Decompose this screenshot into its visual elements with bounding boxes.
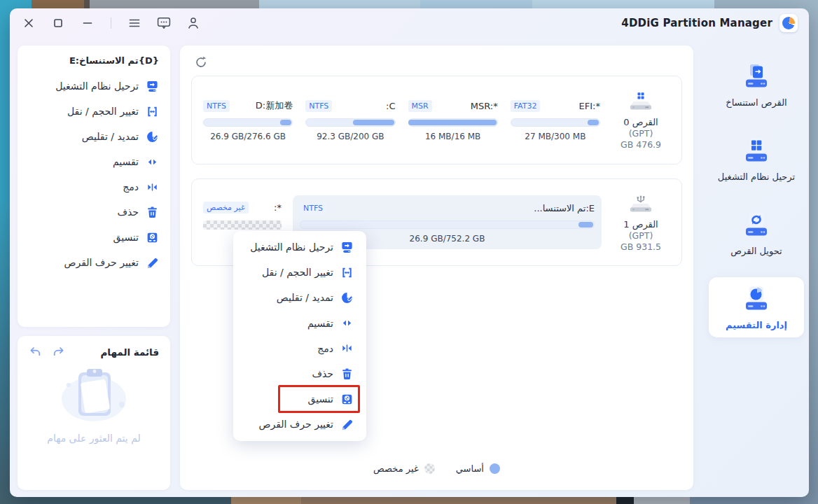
convert-disk-icon — [741, 210, 772, 241]
merge-icon — [340, 342, 354, 355]
nav-item-migrate-os[interactable]: ترحيل نظام التشغيل — [709, 129, 804, 189]
partition-context-menu: ترحيل نظام التشغيل تغيير الحجم / نقل تمد… — [233, 231, 366, 441]
partition-usage: 27 MB/300 MB — [511, 132, 600, 141]
nav-rail: القرص استنساخ ترحيل نظام التشغيل تحويل ا… — [704, 38, 809, 497]
disk-size: 931.5 GB — [621, 241, 661, 252]
disk-size: 476.9 GB — [621, 139, 661, 150]
unallocated-badge: غير مخصص — [203, 202, 249, 214]
menu-label: دمج — [317, 343, 333, 354]
empty-clipboard-illustration — [57, 364, 130, 428]
partition-label: *: — [274, 202, 282, 213]
main-panel: القرص 0 (GPT) 476.9 GB EFI:* FAT32 27 MB… — [180, 46, 693, 490]
titlebar: 4DDiG Partition Manager — [10, 8, 809, 38]
redo-icon[interactable] — [51, 346, 65, 358]
op-delete[interactable]: حذف — [29, 200, 159, 225]
op-change-drive-letter[interactable]: تغيير حرف القرص — [29, 250, 159, 275]
operations-panel: E:تم الاستنساخ{D} ترحيل نظام التشغيل تغي… — [18, 46, 170, 327]
op-label: تقسيم — [113, 156, 139, 167]
menu-format[interactable]: تنسيق — [242, 386, 354, 412]
app-logo-icon — [779, 14, 798, 32]
task-list-title: قائمة المهام — [100, 346, 159, 358]
disk-1-info: القرص 1 (GPT) 931.5 GB — [610, 193, 672, 252]
menu-icon[interactable] — [127, 15, 142, 31]
wallpaper-right — [807, 0, 818, 504]
op-split[interactable]: تقسيم — [29, 149, 159, 174]
partition-label: C: — [386, 101, 395, 111]
selected-partition-title: E:تم الاستنساخ{D} — [29, 55, 159, 66]
legend-primary: أساسي — [456, 463, 500, 474]
menu-merge[interactable]: دمج — [242, 336, 354, 361]
unallocated-swatch-icon — [424, 463, 435, 474]
split-icon — [146, 155, 159, 169]
partition-manage-icon — [741, 284, 772, 315]
menu-delete[interactable]: حذف — [242, 361, 354, 386]
resize-move-icon — [340, 266, 354, 279]
partitions-row: EFI:* FAT32 27 MB/300 MB MSR:* MSR 16 MB… — [202, 94, 602, 146]
no-tasks-text: لم يتم العثور على مهام — [47, 433, 141, 444]
feedback-icon[interactable] — [156, 15, 172, 31]
menu-change-drive-letter[interactable]: تغيير حرف القرص — [242, 412, 354, 437]
nav-label: ترحيل نظام التشغيل — [718, 172, 795, 182]
undo-icon[interactable] — [29, 346, 43, 358]
partition-usage: 16 MB/16 MB — [408, 132, 498, 141]
op-format[interactable]: تنسيق — [29, 225, 159, 250]
migrate-os-icon — [146, 80, 159, 93]
partition-label: D:新加卷 — [256, 99, 293, 112]
legend-unallocated: غير مخصص — [373, 463, 435, 474]
usage-bar — [305, 118, 395, 127]
filesystem-badge: NTFS — [300, 202, 326, 214]
op-label: حذف — [117, 206, 139, 218]
unallocated-bar — [203, 220, 282, 230]
migrate-os-icon — [741, 136, 772, 167]
nav-item-clone-disk[interactable]: القرص استنساخ — [709, 55, 804, 115]
menu-extend-shrink[interactable]: تمديد / تقليص — [242, 285, 354, 310]
filesystem-badge: NTFS — [305, 100, 332, 112]
partition-usage: 92.3 GB/200 GB — [305, 132, 395, 141]
menu-split[interactable]: تقسيم — [242, 311, 354, 336]
nav-label: تحويل القرص — [730, 246, 782, 256]
account-icon[interactable] — [186, 15, 201, 31]
refresh-icon[interactable] — [194, 55, 208, 69]
close-button[interactable] — [21, 15, 36, 31]
op-extend-shrink[interactable]: تمديد / تقليص — [29, 124, 159, 149]
app-window: 4DDiG Partition Manager القرص استنساخ تر… — [10, 8, 809, 497]
op-label: دمج — [123, 181, 139, 192]
menu-migrate-os[interactable]: ترحيل نظام التشغيل — [242, 234, 354, 260]
format-icon — [340, 393, 354, 406]
op-label: تمديد / تقليص — [82, 131, 139, 142]
op-label: تغيير حرف القرص — [64, 257, 139, 268]
menu-label: ترحيل نظام التشغيل — [250, 241, 333, 253]
nav-label: إدارة التقسيم — [726, 320, 787, 330]
clone-disk-icon — [741, 62, 772, 92]
partition-d[interactable]: D:新加卷 NTFS 26.9 GB/276.6 GB — [202, 94, 294, 146]
usage-bar — [408, 118, 498, 127]
partition-c[interactable]: C: NTFS 92.3 GB/200 GB — [304, 94, 396, 146]
op-resize-move[interactable]: تغيير الحجم / نقل — [29, 99, 159, 124]
primary-swatch-icon — [490, 463, 500, 474]
partition-label: EFI:* — [579, 101, 600, 111]
partition-label: E:تم الاستنسا... — [534, 203, 595, 214]
usage-bar — [203, 118, 293, 127]
filesystem-badge: FAT32 — [511, 100, 541, 112]
op-migrate-os[interactable]: ترحيل نظام التشغيل — [29, 74, 159, 99]
merge-icon — [146, 181, 159, 194]
op-merge[interactable]: دمج — [29, 174, 159, 200]
minimize-button[interactable] — [80, 15, 95, 31]
menu-label: تغيير حرف القرص — [258, 419, 333, 430]
filesystem-badge: NTFS — [203, 100, 230, 112]
menu-label: تمديد / تقليص — [277, 292, 333, 303]
partition-msr[interactable]: MSR:* MSR 16 MB/16 MB — [407, 94, 499, 146]
extend-shrink-icon — [340, 291, 354, 304]
filesystem-badge: MSR — [408, 100, 432, 112]
usage-bar — [300, 220, 595, 229]
partition-label: MSR:* — [471, 101, 498, 111]
nav-item-convert-disk[interactable]: تحويل القرص — [709, 203, 804, 263]
migrate-os-icon — [340, 241, 354, 254]
partition-efi[interactable]: EFI:* FAT32 27 MB/300 MB — [509, 94, 602, 146]
partition-usage: 26.9 GB/276.6 GB — [203, 132, 293, 141]
nav-item-partition-management[interactable]: إدارة التقسيم — [709, 277, 804, 337]
menu-resize-move[interactable]: تغيير الحجم / نقل — [242, 260, 354, 285]
menu-label: حذف — [312, 368, 333, 379]
drive-letter-icon — [146, 256, 159, 270]
maximize-button[interactable] — [50, 15, 66, 31]
